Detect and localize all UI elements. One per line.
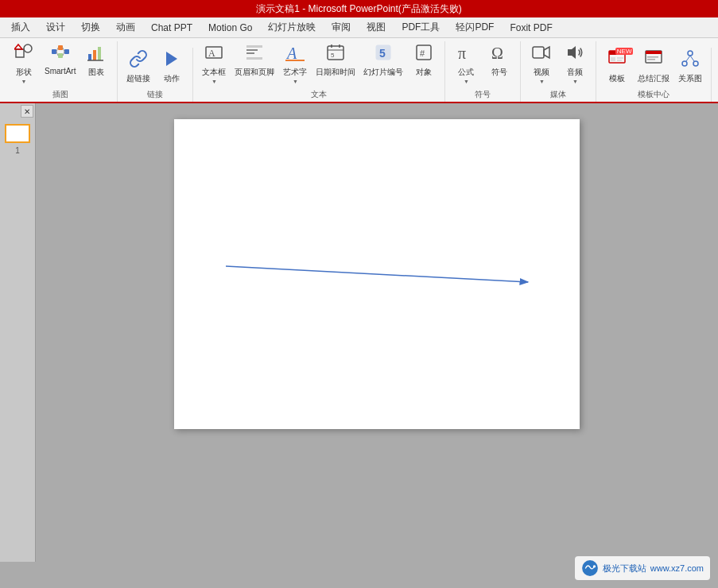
svg-line-10 xyxy=(63,52,64,56)
title-bar: 演示文稿1 - Microsoft PowerPoint(产品激活失败) xyxy=(0,0,718,17)
svg-point-49 xyxy=(693,61,698,66)
menu-animation[interactable]: 动画 xyxy=(108,18,143,37)
slide-panel: ✕ 1 xyxy=(0,103,36,562)
menu-foxitpdf[interactable]: Foxit PDF xyxy=(502,20,560,36)
svg-point-47 xyxy=(688,51,693,56)
symbol-icon: Ω xyxy=(490,43,509,65)
ribbon-group-illustrations: 形状 ▼ SmartArt 图表 插图 xyxy=(3,41,118,102)
svg-rect-40 xyxy=(611,57,615,61)
ribbon-btn-action[interactable]: 动作 xyxy=(156,48,188,86)
ribbon-group-media-items: 视频 ▼ 音频 ▼ xyxy=(526,41,591,86)
menu-pdftools[interactable]: PDF工具 xyxy=(394,18,448,37)
ribbon-btn-template[interactable]: NEW 模板 xyxy=(601,48,633,86)
watermark-label: 极光下载站 xyxy=(603,563,646,574)
ribbon-btn-symbol[interactable]: Ω 符号 xyxy=(483,41,515,79)
svg-rect-11 xyxy=(88,54,91,60)
close-panel-button[interactable]: ✕ xyxy=(21,105,33,118)
svg-rect-13 xyxy=(98,47,101,60)
ribbon-btn-equation[interactable]: π 公式 ▼ xyxy=(450,41,482,86)
menu-slideshow[interactable]: 幻灯片放映 xyxy=(260,18,324,37)
hyperlink-icon xyxy=(129,49,148,72)
chart-icon xyxy=(87,43,106,65)
ribbon-group-illustrations-items: 形状 ▼ SmartArt 图表 xyxy=(8,41,112,86)
menu-design[interactable]: 设计 xyxy=(38,18,73,37)
svg-line-8 xyxy=(56,52,58,56)
ribbon-btn-video[interactable]: 视频 ▼ xyxy=(526,41,557,86)
action-label: 动作 xyxy=(164,73,180,84)
svg-point-55 xyxy=(593,565,596,567)
shape-icon xyxy=(14,43,33,65)
menu-transition[interactable]: 切换 xyxy=(73,18,108,37)
summary-icon xyxy=(644,49,663,72)
svg-rect-46 xyxy=(647,59,655,60)
ribbon-btn-datetime[interactable]: 5 日期和时间 xyxy=(312,41,359,79)
ribbon-btn-hyperlink[interactable]: 超链接 xyxy=(122,48,154,86)
svg-rect-41 xyxy=(617,57,623,59)
svg-rect-24 xyxy=(328,46,343,60)
svg-marker-2 xyxy=(14,44,22,49)
watermark: 极光下载站 www.xz7.com xyxy=(575,556,710,580)
slide-thumbnail[interactable] xyxy=(5,124,30,143)
audio-dropdown: ▼ xyxy=(572,79,578,84)
video-icon xyxy=(532,43,551,65)
menu-insert[interactable]: 插入 xyxy=(3,18,38,37)
main-slide-area xyxy=(36,103,718,562)
svg-marker-37 xyxy=(568,46,576,59)
svg-line-50 xyxy=(686,56,690,61)
equation-icon: π xyxy=(456,43,475,65)
menu-view[interactable]: 视图 xyxy=(359,18,394,37)
svg-rect-5 xyxy=(58,53,63,58)
slide-canvas[interactable] xyxy=(174,119,580,429)
new-badge: NEW xyxy=(615,48,634,55)
ribbon-group-templates: NEW 模板 总结汇报 关系图 xyxy=(596,48,712,102)
svg-text:π: π xyxy=(458,44,466,62)
audio-icon xyxy=(565,43,584,65)
svg-line-53 xyxy=(226,266,528,282)
wordart-label: 艺术字 xyxy=(283,67,307,78)
shape-dropdown: ▼ xyxy=(21,79,27,84)
watermark-site: www.xz7.com xyxy=(650,563,704,573)
ribbon-groups: 形状 ▼ SmartArt 图表 插图 xyxy=(3,41,715,102)
menu-lightpdf[interactable]: 轻闪PDF xyxy=(448,18,502,37)
datetime-icon: 5 xyxy=(326,43,345,65)
ribbon-btn-relations[interactable]: 关系图 xyxy=(674,48,706,86)
header-footer-icon xyxy=(245,43,264,65)
svg-point-1 xyxy=(24,44,32,52)
slide-arrow xyxy=(218,254,536,294)
slidenumber-label: 幻灯片编号 xyxy=(363,67,403,78)
ribbon-btn-audio[interactable]: 音频 ▼ xyxy=(559,41,591,86)
object-icon: # xyxy=(414,43,433,65)
arrow-svg xyxy=(218,254,536,294)
svg-rect-44 xyxy=(646,51,662,54)
menu-motiongo[interactable]: Motion Go xyxy=(200,20,260,36)
ribbon-btn-slidenumber[interactable]: 5 幻灯片编号 xyxy=(360,41,406,79)
hyperlink-label: 超链接 xyxy=(126,73,150,84)
ribbon-group-text-items: A 文本框 ▼ 页眉和页脚 A 艺术字 ▼ xyxy=(198,41,440,86)
ribbon-btn-wordart[interactable]: A 艺术字 ▼ xyxy=(279,41,311,86)
svg-rect-35 xyxy=(533,47,544,58)
template-label: 模板 xyxy=(609,73,625,84)
ribbon-btn-chart[interactable]: 图表 xyxy=(80,41,112,79)
svg-line-9 xyxy=(63,48,64,52)
illustrations-group-label: 插图 xyxy=(8,89,112,100)
menu-chatppt[interactable]: Chat PPT xyxy=(143,20,200,36)
ribbon-group-symbols: π 公式 ▼ Ω 符号 符号 xyxy=(445,41,521,102)
ribbon-btn-summary[interactable]: 总结汇报 xyxy=(635,48,673,86)
menu-review[interactable]: 审阅 xyxy=(324,18,359,37)
ribbon-btn-shape[interactable]: 形状 ▼ xyxy=(8,41,40,86)
svg-text:A: A xyxy=(208,48,215,59)
text-group-label: 文本 xyxy=(198,89,440,100)
wordart-icon: A xyxy=(285,43,305,65)
svg-marker-36 xyxy=(544,47,549,58)
ribbon-group-symbols-items: π 公式 ▼ Ω 符号 xyxy=(450,41,515,86)
svg-rect-19 xyxy=(246,57,262,60)
slide-number: 1 xyxy=(15,146,20,155)
relations-icon xyxy=(681,49,700,72)
svg-rect-3 xyxy=(52,49,56,54)
ribbon-btn-object[interactable]: # 对象 xyxy=(408,41,440,79)
slidenumber-icon: 5 xyxy=(374,43,393,65)
ribbon-btn-smartart[interactable]: SmartArt xyxy=(41,41,79,77)
ribbon-btn-header-footer[interactable]: 页眉和页脚 xyxy=(231,41,277,79)
ribbon-btn-textbox[interactable]: A 文本框 ▼ xyxy=(198,41,230,86)
video-label: 视频 xyxy=(534,67,549,78)
